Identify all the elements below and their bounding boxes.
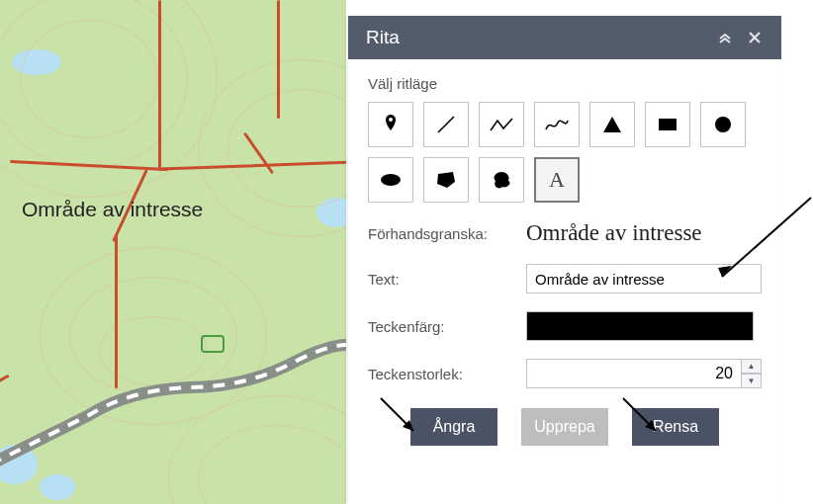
tool-rectangle[interactable]	[645, 102, 690, 147]
text-input[interactable]	[526, 264, 762, 294]
size-input[interactable]	[526, 359, 742, 388]
tool-freehand-line[interactable]	[534, 102, 580, 147]
svg-point-1	[389, 118, 393, 122]
tool-polyline[interactable]	[479, 102, 524, 147]
draw-panel: Rita Välj ritläge	[348, 16, 781, 504]
tool-marker[interactable]	[368, 102, 413, 147]
svg-point-5	[381, 174, 401, 186]
size-spinner: ▲ ▼	[742, 359, 762, 388]
tool-line[interactable]	[423, 102, 469, 147]
collapse-icon[interactable]	[710, 23, 740, 52]
tool-circle[interactable]	[700, 102, 746, 147]
tool-polygon[interactable]	[423, 157, 469, 203]
preview-text: Område av intresse	[526, 220, 702, 246]
undo-button[interactable]: Ångra	[410, 408, 497, 446]
tool-text[interactable]: A	[534, 157, 580, 203]
panel-title: Rita	[366, 27, 400, 48]
clear-button[interactable]: Rensa	[632, 408, 719, 446]
map-area[interactable]: Område av intresse	[0, 0, 346, 504]
map-annotation-text: Område av intresse	[22, 198, 203, 221]
svg-point-4	[715, 117, 731, 132]
size-down[interactable]: ▼	[742, 374, 762, 388]
color-swatch[interactable]	[526, 311, 754, 341]
preview-label: Förhandsgranska:	[368, 225, 526, 242]
tool-grid: A	[368, 102, 762, 203]
redo-button: Upprepa	[521, 408, 608, 446]
color-label: Teckenfärg:	[368, 318, 526, 335]
svg-line-2	[438, 117, 454, 132]
tool-freehand-polygon[interactable]	[479, 157, 524, 203]
panel-header: Rita	[348, 16, 781, 59]
tool-ellipse[interactable]	[368, 157, 413, 203]
svg-rect-3	[659, 119, 677, 130]
mode-label: Välj ritläge	[368, 75, 762, 92]
close-icon[interactable]	[740, 23, 769, 52]
size-up[interactable]: ▲	[742, 359, 762, 374]
text-label: Text:	[368, 271, 526, 288]
tool-triangle[interactable]	[589, 102, 635, 147]
size-label: Teckenstorlek:	[368, 366, 526, 382]
